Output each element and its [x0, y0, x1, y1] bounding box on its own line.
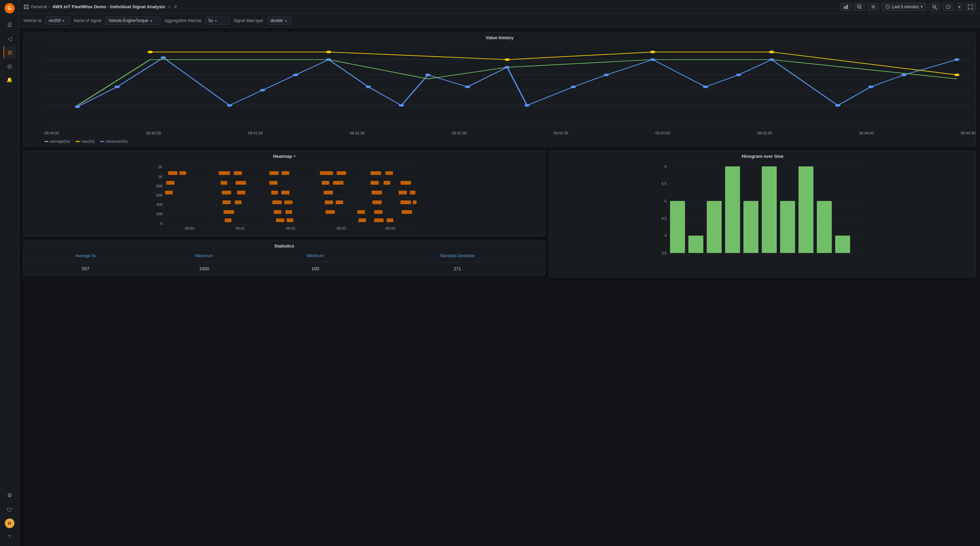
refresh-button[interactable] — [943, 3, 954, 11]
svg-rect-99 — [372, 191, 382, 195]
settings-button[interactable] — [868, 3, 879, 11]
svg-point-30 — [227, 104, 232, 107]
svg-rect-95 — [237, 191, 245, 195]
svg-rect-150 — [835, 235, 850, 253]
signal-data-type-label: Signal data type — [234, 18, 263, 23]
svg-point-47 — [868, 86, 873, 88]
dashboards-icon active[interactable]: ⊞ — [3, 46, 16, 59]
svg-text:08:40: 08:40 — [185, 226, 194, 230]
signal-name-label: Name of signal — [74, 18, 101, 23]
svg-rect-77 — [234, 171, 242, 175]
vehicle-id-label: Vehicle Id — [24, 18, 41, 23]
svg-rect-121 — [358, 218, 366, 222]
alerts-icon[interactable]: 🔔 — [3, 74, 16, 86]
signal-name-caret: ▾ — [150, 19, 152, 23]
svg-rect-144 — [725, 167, 740, 253]
panel-resize-handle[interactable]: ⤡ — [541, 231, 543, 235]
signal-data-type-select[interactable]: double ▾ — [267, 16, 291, 25]
svg-point-44 — [736, 74, 741, 76]
svg-rect-88 — [322, 181, 329, 185]
svg-rect-122 — [374, 218, 384, 222]
stats-col-minimum: Minimum — [261, 250, 370, 262]
clock-icon — [885, 5, 890, 9]
value-history-title: Value history — [24, 32, 975, 41]
svg-text:0: 0 — [160, 221, 162, 225]
svg-rect-80 — [320, 171, 333, 175]
signal-name-select[interactable]: Vehicle.EngineTorque ▾ — [105, 16, 160, 25]
svg-point-34 — [366, 86, 371, 88]
agg-interval-select[interactable]: 5s ▾ — [205, 16, 229, 25]
main-content: General / AWS IoT FleetWise Demo - Indiv… — [19, 0, 980, 546]
x-label-6: 08:43:00 — [655, 131, 670, 135]
vehicle-id-caret: ▾ — [63, 19, 64, 23]
signal-name-value: Vehicle.EngineTorque — [108, 18, 148, 23]
svg-rect-114 — [326, 210, 335, 214]
star-icon[interactable]: ☆ — [167, 4, 171, 9]
svg-rect-98 — [324, 191, 333, 195]
svg-point-41 — [604, 74, 609, 76]
svg-point-50 — [148, 51, 153, 53]
svg-rect-148 — [799, 167, 813, 253]
svg-rect-92 — [401, 181, 411, 185]
copy-icon — [857, 5, 862, 9]
avatar[interactable]: H — [5, 519, 14, 528]
heatmap-title: Heatmap ▾ — [273, 154, 296, 159]
svg-rect-83 — [385, 171, 393, 175]
value-history-panel: Value history 1000 800 600 400 200 — [24, 32, 976, 146]
visualize-button[interactable] — [840, 3, 851, 11]
bar-chart-icon — [843, 5, 848, 9]
heatmap-panel: Heatmap ▾ 1K 1K 800 600 400 200 — [24, 151, 545, 236]
svg-text:800: 800 — [156, 184, 162, 188]
time-range-button[interactable]: Last 5 minutes ▾ — [881, 3, 926, 11]
breadcrumb-page: AWS IoT FleetWise Demo - Individual Sign… — [52, 4, 165, 9]
svg-rect-142 — [689, 235, 703, 253]
grafana-logo[interactable]: G — [4, 3, 15, 14]
svg-rect-147 — [780, 201, 795, 253]
topbar-actions: Last 5 minutes ▾ ▾ — [840, 3, 976, 11]
svg-rect-7 — [845, 5, 846, 9]
svg-rect-141 — [670, 201, 685, 253]
collapse-sidebar-icon[interactable]: ◁ — [3, 32, 16, 45]
agg-interval-label: Aggregation interval — [164, 18, 201, 23]
copy-dashboard-button[interactable] — [854, 3, 865, 11]
heatmap-title-text: Heatmap — [273, 154, 292, 159]
heatmap-toggle-icon[interactable]: ▾ — [294, 154, 296, 159]
value-history-svg: 1000 800 600 400 200 — [45, 44, 970, 121]
hamburger-menu-icon[interactable]: ☰ — [3, 19, 16, 31]
svg-rect-94 — [221, 191, 231, 195]
x-label-8: 08:44:00 — [859, 131, 874, 135]
shield-icon[interactable]: 🛡 — [3, 504, 16, 516]
svg-text:400: 400 — [156, 203, 162, 206]
svg-rect-79 — [282, 171, 290, 175]
help-icon[interactable]: ? — [3, 530, 16, 543]
svg-rect-115 — [358, 210, 365, 214]
admin-settings-icon[interactable]: ⚙ — [3, 489, 16, 501]
svg-rect-3 — [27, 5, 29, 6]
svg-point-42 — [650, 59, 655, 61]
svg-point-31 — [260, 89, 265, 92]
apps-icon — [24, 4, 29, 10]
svg-rect-101 — [410, 191, 415, 195]
refresh-chevron-button[interactable]: ▾ — [956, 3, 962, 11]
stats-val-maximum: 1000 — [148, 262, 261, 276]
fullscreen-button[interactable] — [965, 3, 976, 11]
stats-col-maximum: Maximum — [148, 250, 261, 262]
zoom-out-button[interactable] — [929, 3, 940, 11]
topbar: General / AWS IoT FleetWise Demo - Indiv… — [19, 0, 980, 14]
svg-point-46 — [835, 104, 840, 107]
zoom-out-icon — [932, 5, 937, 9]
svg-rect-120 — [286, 218, 294, 222]
x-label-7: 08:43:30 — [757, 131, 772, 135]
svg-text:4.5: 4.5 — [662, 216, 667, 221]
value-history-chart: 1000 800 600 400 200 — [24, 41, 975, 138]
svg-text:08:42: 08:42 — [286, 226, 295, 230]
stats-col-average: Average 5s — [24, 250, 148, 262]
explore-icon[interactable]: ◎ — [3, 60, 16, 72]
share-icon[interactable]: ⇗ — [173, 4, 177, 9]
svg-point-54 — [769, 51, 774, 53]
vehicle-id-select[interactable]: vin200 ▾ — [45, 16, 70, 25]
svg-rect-81 — [337, 171, 346, 175]
svg-point-55 — [954, 74, 959, 76]
breadcrumb-home[interactable]: General — [31, 4, 47, 9]
stats-val-average: 557 — [24, 262, 148, 276]
